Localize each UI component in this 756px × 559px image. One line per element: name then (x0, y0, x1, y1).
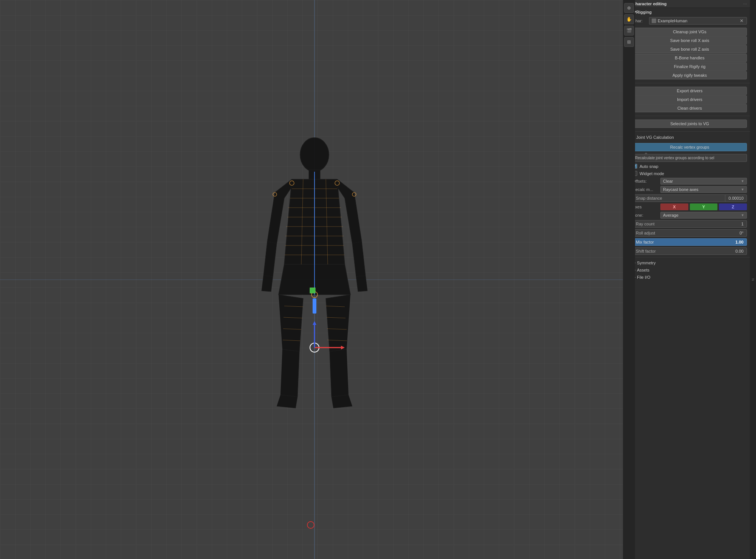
file-io-section[interactable]: ▶ File I/O (629, 273, 750, 281)
char-edit-header: Character editing ⋯ (629, 0, 750, 8)
symmetry-section[interactable]: ▶ Symmetry (629, 259, 750, 266)
recalc-mode-select[interactable]: Raycast bone axes ▼ (660, 186, 747, 193)
cleanup-joint-vgs-btn[interactable]: Cleanup joint VGs (632, 28, 747, 36)
axes-label: Axes (632, 205, 659, 209)
char-name: ExampleHuman (658, 19, 687, 23)
mix-factor-row: Mix factor 1.00 (629, 238, 750, 247)
side-icon-bar: ⊕ ✋ 🎬 ⊞ (623, 0, 635, 559)
joint-vg-title: Joint VG Calculation (636, 135, 674, 140)
recalc-mode-label: Recalc m... (632, 187, 659, 192)
divider-3 (629, 131, 750, 132)
char-icon-square (652, 19, 656, 23)
offsets-label: Offsets: (632, 179, 659, 183)
apply-rigify-tweaks-btn[interactable]: Apply rigify tweaks (632, 71, 747, 79)
hand-icon-btn[interactable]: ✋ (624, 14, 634, 24)
assets-label: Assets (637, 268, 649, 272)
svg-marker-33 (313, 321, 316, 325)
selected-joints-vg-btn[interactable]: Selected joints to VG (632, 120, 747, 128)
symmetry-label: Symmetry (637, 261, 656, 265)
shift-factor-label: Shift factor (632, 247, 724, 255)
panel-dots-icon[interactable]: ⋯ (743, 2, 747, 6)
char-icon: ExampleHuman (652, 19, 687, 23)
bone-chevron: ▼ (741, 213, 744, 217)
snap-distance-row: Snap distance 0.00010 (629, 194, 750, 203)
rigging-label: Rigging (636, 10, 652, 14)
widget-mode-label: Widget mode (640, 171, 664, 176)
svg-point-0 (300, 138, 329, 172)
char-input[interactable]: ExampleHuman ✕ (649, 17, 747, 25)
rigging-header[interactable]: ▾ Rigging (629, 8, 750, 16)
roll-adjust-label: Roll adjust (632, 229, 724, 237)
offsets-chevron: ▼ (741, 179, 744, 183)
roll-adjust-value[interactable]: 0° (724, 229, 747, 237)
recalc-mode-value: Raycast bone axes (663, 187, 699, 192)
offsets-select[interactable]: Clear ▼ (660, 178, 747, 185)
roll-adjust-row: Roll adjust 0° (629, 228, 750, 238)
divider-4 (629, 257, 750, 258)
auto-snap-row: Auto snap (629, 163, 750, 170)
save-bone-roll-x-btn[interactable]: Save bone roll X axis (632, 36, 747, 45)
axis-y-btn[interactable]: Y (690, 203, 718, 210)
selected-joints-section: Selected joints to VG (629, 118, 750, 130)
driver-buttons: Export drivers Import drivers Clean driv… (629, 85, 750, 114)
svg-rect-28 (310, 288, 315, 293)
right-panel: Character editing ⋯ ▾ Rigging Char: Exam… (629, 0, 750, 559)
offsets-row: Offsets: Clear ▼ (629, 177, 750, 185)
ray-count-value[interactable]: 1 (724, 220, 747, 228)
vert-text-1: N (751, 278, 755, 281)
b-bone-handles-btn[interactable]: B-Bone handles (632, 54, 747, 62)
divider-2 (629, 116, 750, 116)
char-close-btn[interactable]: ✕ (739, 18, 744, 23)
offsets-value: Clear (663, 179, 673, 183)
shift-factor-row: Shift factor 0.00 (629, 247, 750, 256)
save-bone-roll-z-btn[interactable]: Save bone roll Z axis (632, 45, 747, 53)
clean-drivers-btn[interactable]: Clean drivers (632, 104, 747, 112)
divider-1 (629, 83, 750, 83)
cursor-icon-btn[interactable]: ⊕ (624, 3, 634, 13)
auto-snap-label: Auto snap (640, 164, 658, 169)
export-drivers-btn[interactable]: Export drivers (632, 87, 747, 95)
joint-vg-content: Recalc vertex groups (629, 141, 750, 153)
widget-mode-row: Widget mode (629, 170, 750, 177)
bone-select[interactable]: Average ▼ (660, 212, 747, 219)
svg-rect-27 (313, 298, 316, 314)
bone-value: Average (663, 213, 679, 217)
assets-section[interactable]: ▶ Assets (629, 266, 750, 273)
char-row: Char: ExampleHuman ✕ (629, 16, 750, 26)
bottom-circle-indicator (307, 521, 314, 529)
shift-factor-value[interactable]: 0.00 (724, 247, 747, 255)
bone-row: Bone: Average ▼ (629, 211, 750, 219)
joint-vg-header[interactable]: ▾ Joint VG Calculation (629, 133, 750, 141)
axes-row: Axes X Y Z (629, 203, 750, 211)
char-edit-title: Character editing (632, 2, 666, 6)
bone-label: Bone: (632, 213, 659, 217)
import-drivers-btn[interactable]: Import drivers (632, 95, 747, 104)
rigging-buttons: Cleanup joint VGs Save bone roll X axis … (629, 26, 750, 81)
snap-distance-value[interactable]: 0.00010 (725, 194, 747, 202)
recalc-mode-chevron: ▼ (741, 188, 744, 191)
recalc-vertex-groups-btn[interactable]: Recalc vertex groups (632, 143, 747, 151)
file-io-label: File I/O (637, 275, 650, 280)
recalc-tooltip-text: Recalculate joint vertex groups accordin… (635, 156, 714, 160)
grid-icon-btn[interactable]: ⊞ (624, 37, 634, 47)
axis-z-btn[interactable]: Z (719, 203, 747, 210)
snap-distance-label: Snap distance (632, 194, 725, 202)
ray-count-row: Ray count 1 (629, 219, 750, 228)
camera-icon-btn[interactable]: 🎬 (624, 26, 634, 36)
mix-factor-label: Mix factor (632, 238, 724, 246)
ray-count-label: Ray count (632, 220, 724, 228)
mix-factor-value[interactable]: 1.00 (724, 238, 747, 246)
recalc-tooltip: Recalculate joint vertex groups accordin… (632, 154, 747, 162)
axis-x-btn[interactable]: X (660, 203, 688, 210)
finalize-rigify-btn[interactable]: Finalize Rigify rig (632, 62, 747, 71)
recalc-mode-row: Recalc m... Raycast bone axes ▼ (629, 185, 750, 194)
human-figure (254, 132, 375, 416)
far-right-bar: N (750, 0, 756, 559)
viewport[interactable] (0, 0, 629, 559)
